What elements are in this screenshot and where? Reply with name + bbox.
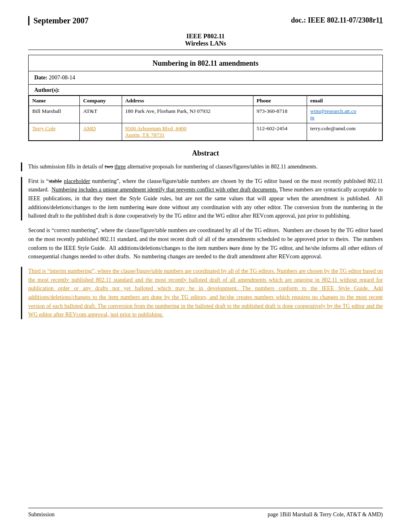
col-phone: Phone [253, 96, 307, 106]
footer: Submission page 1Bill Marshall & Terry C… [28, 508, 383, 518]
stable-strikethrough: stable [49, 178, 62, 184]
col-company: Company [80, 96, 122, 106]
abstract-para1-text: This submission fills in details of two … [28, 162, 383, 171]
numbering-underline-sentence: Numbering includes a unique amendment id… [52, 187, 278, 193]
author2-company-link[interactable]: AMD [83, 125, 96, 131]
author2-address: 9500 Arboretum Blvd, #400Austin, TX 7873… [122, 123, 253, 141]
placeholder-underline: placeholder [64, 178, 90, 184]
title-line2: Wireless LANs [28, 40, 383, 47]
abstract-para4-text: Third is “interim numbering”, where the … [28, 267, 383, 319]
content-box: Numbering in 802.11 amendments Date: 200… [28, 55, 383, 141]
page: September 2007 doc.: IEEE 802.11-07/2308… [0, 0, 411, 532]
footer-left: Submission [28, 511, 54, 518]
title-line1: IEEE P802.11 [28, 33, 383, 40]
header-doc-underlined: 1 [379, 16, 383, 24]
is-strikethrough2: is [229, 245, 233, 251]
author1-email-link[interactable]: wtm@research.att.com [310, 108, 356, 121]
date-value: 2007-08-14 [49, 75, 75, 81]
abstract-para4: Third is “interim numbering”, where the … [28, 267, 383, 319]
abstract-para1: This submission fills in details of two … [28, 162, 383, 171]
header-date: September 2007 [33, 16, 89, 25]
date-label: Date: [34, 75, 48, 81]
footer-right: page 1Bill Marshall & Terry Cole, AT&T &… [268, 511, 383, 518]
author2-company: AMD [80, 123, 122, 141]
abstract-para3-text: Second is “correct numbering”, where the… [28, 226, 383, 261]
author2-name: Terry Cole [29, 123, 80, 141]
strikethrough-two: two [105, 164, 113, 170]
table-header-row: Name Company Address Phone email [29, 96, 382, 106]
author2-email: terry.cole@amd.com [307, 123, 382, 141]
col-name: Name [29, 96, 80, 106]
abstract-para2-text: First is “stable placeholder numbering”,… [28, 177, 383, 220]
underline-three: three [114, 164, 126, 170]
author1-name: Bill Marshall [29, 106, 80, 123]
author1-address: 180 Park Ave, Florham Park, NJ 07932 [122, 106, 253, 123]
authors-table: Name Company Address Phone email Bill Ma… [29, 96, 382, 141]
abstract-title: Abstract [28, 149, 383, 158]
authors-label: Author(s): [29, 85, 382, 96]
col-address: Address [122, 96, 253, 106]
author2-address-link[interactable]: 9500 Arboretum Blvd, #400Austin, TX 7873… [125, 125, 187, 138]
col-email: email [307, 96, 382, 106]
header-doc-prefix: doc.: IEEE 802.11-07/2308r1 [291, 16, 379, 24]
title-divider [28, 50, 383, 50]
abstract-para2: First is “stable placeholder numbering”,… [28, 177, 383, 220]
header-doc: doc.: IEEE 802.11-07/2308r11 [291, 16, 383, 25]
date-row: Date: 2007-08-14 [29, 71, 382, 85]
are-text: are [150, 204, 157, 210]
table-row: Bill Marshall AT&T 180 Park Ave, Florham… [29, 106, 382, 123]
author2-phone: 512-602-2454 [253, 123, 307, 141]
box-title: Numbering in 802.11 amendments [29, 55, 382, 71]
table-row: Terry Cole AMD 9500 Arboretum Blvd, #400… [29, 123, 382, 141]
header: September 2007 doc.: IEEE 802.11-07/2308… [28, 16, 383, 25]
title-block: IEEE P802.11 Wireless LANs [28, 33, 383, 47]
author1-phone: 973-360-8718 [253, 106, 307, 123]
author1-company: AT&T [80, 106, 122, 123]
abstract-para3: Second is “correct numbering”, where the… [28, 226, 383, 261]
author2-name-link[interactable]: Terry Cole [32, 125, 56, 131]
are-text2: are [233, 245, 240, 251]
author1-email: wtm@research.att.com [307, 106, 382, 123]
